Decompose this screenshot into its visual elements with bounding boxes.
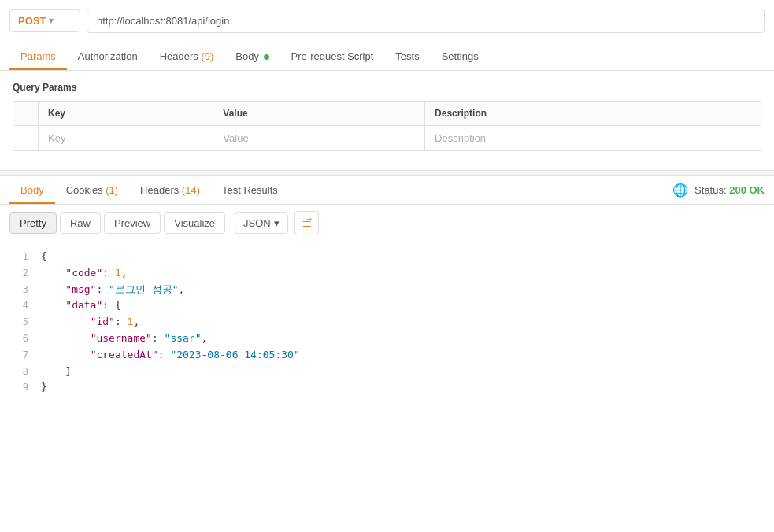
tab-headers[interactable]: Headers (9) [149, 42, 225, 70]
method-chevron: ▾ [49, 16, 54, 26]
raw-button[interactable]: Raw [60, 212, 101, 234]
method-label: POST [18, 15, 46, 27]
col-desc: Description [425, 102, 761, 126]
col-key: Key [39, 102, 213, 126]
row-checkbox-cell [13, 126, 39, 151]
wrap-icon: ≡⃗ [302, 216, 312, 230]
json-viewer: 1{2 "code": 1,3 "msg": "로그인 성공",4 "data"… [0, 242, 774, 402]
json-line: 9} [0, 379, 774, 396]
value-cell[interactable]: Value [213, 126, 425, 151]
tab-body[interactable]: Body [224, 42, 280, 70]
tab-tests[interactable]: Tests [384, 42, 430, 70]
section-divider [0, 170, 774, 176]
col-checkbox [13, 102, 39, 126]
json-line: 4 "data": { [0, 297, 774, 314]
pretty-button[interactable]: Pretty [9, 212, 57, 234]
wrap-button[interactable]: ≡⃗ [294, 211, 319, 235]
query-params-title: Query Params [13, 82, 761, 93]
url-input[interactable] [87, 9, 765, 33]
json-line: 3 "msg": "로그인 성공", [0, 282, 774, 298]
json-format-selector[interactable]: JSON ▾ [235, 212, 288, 234]
body-dot [264, 54, 269, 60]
status-label: Status: 200 OK [694, 184, 765, 196]
visualize-button[interactable]: Visualize [164, 212, 225, 234]
json-line: 5 "id": 1, [0, 314, 774, 331]
url-bar: POST ▾ [0, 0, 774, 42]
format-bar: Pretty Raw Preview Visualize JSON ▾ ≡⃗ [0, 205, 774, 242]
res-tab-testresults[interactable]: Test Results [211, 176, 289, 204]
response-tabs: Body Cookies (1) Headers (14) Test Resul… [0, 176, 774, 205]
status-code: 200 OK [729, 184, 765, 196]
key-cell[interactable]: Key [39, 126, 213, 151]
res-tab-headers[interactable]: Headers (14) [129, 176, 211, 204]
request-tabs: Params Authorization Headers (9) Body Pr… [0, 42, 774, 71]
json-line: 6 "username": "ssar", [0, 331, 774, 347]
col-value: Value [213, 102, 425, 126]
query-params-section: Query Params Key Value Description Key V… [0, 71, 774, 157]
tab-params[interactable]: Params [9, 42, 67, 70]
json-line: 7 "createdAt": "2023-08-06 14:05:30" [0, 347, 774, 364]
preview-button[interactable]: Preview [104, 212, 161, 234]
json-line: 1{ [0, 249, 774, 265]
params-table: Key Value Description Key Value Descript… [13, 101, 761, 151]
method-selector[interactable]: POST ▾ [9, 9, 80, 32]
res-tab-cookies[interactable]: Cookies (1) [55, 176, 129, 204]
res-tab-body[interactable]: Body [9, 176, 55, 204]
tab-prerequest[interactable]: Pre-request Script [280, 42, 385, 70]
desc-cell[interactable]: Description [425, 126, 761, 151]
globe-icon: 🌐 [672, 183, 688, 198]
json-line: 2 "code": 1, [0, 265, 774, 282]
table-row: Key Value Description [13, 126, 761, 151]
json-line: 8 } [0, 364, 774, 380]
tab-settings[interactable]: Settings [431, 42, 490, 70]
tab-authorization[interactable]: Authorization [67, 42, 149, 70]
response-status: 🌐 Status: 200 OK [672, 183, 765, 198]
